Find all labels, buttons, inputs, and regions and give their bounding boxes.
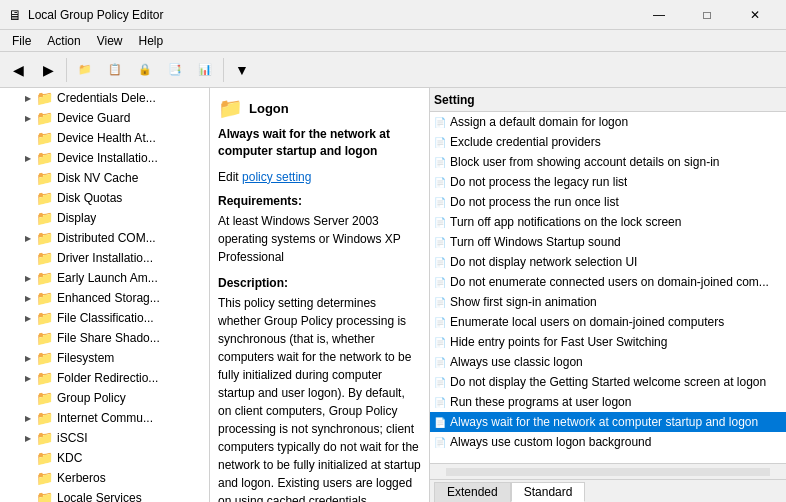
expand-icon: ▶	[20, 90, 36, 106]
tree-item-enhanced-storage[interactable]: ▶ 📁 Enhanced Storag...	[0, 288, 209, 308]
folder-icon: 📁	[36, 130, 53, 146]
tree-item-iscsi[interactable]: ▶ 📁 iSCSI	[0, 428, 209, 448]
setting-label: Turn off app notifications on the lock s…	[450, 215, 681, 229]
tree-item-credentials[interactable]: ▶ 📁 Credentials Dele...	[0, 88, 209, 108]
back-button[interactable]: ◀	[4, 56, 32, 84]
tree-item-label: Device Health At...	[57, 131, 156, 145]
setting-block-user[interactable]: 📄 Block user from showing account detail…	[430, 152, 786, 172]
folder-icon: 📁	[36, 410, 53, 426]
setting-no-enumerate-connected-users[interactable]: 📄 Do not enumerate connected users on do…	[430, 272, 786, 292]
tree-item-label: Disk NV Cache	[57, 171, 138, 185]
setting-no-getting-started[interactable]: 📄 Do not display the Getting Started wel…	[430, 372, 786, 392]
tree-item-label: iSCSI	[57, 431, 88, 445]
tree-item-disk-quotas[interactable]: 📁 Disk Quotas	[0, 188, 209, 208]
tree-item-device-guard[interactable]: ▶ 📁 Device Guard	[0, 108, 209, 128]
tab-extended[interactable]: Extended	[434, 482, 511, 502]
tree-item-group-policy[interactable]: 📁 Group Policy	[0, 388, 209, 408]
horizontal-scrollbar[interactable]	[430, 463, 786, 479]
tree-item-label: Credentials Dele...	[57, 91, 156, 105]
tree-item-label: Enhanced Storag...	[57, 291, 160, 305]
setting-assign-domain[interactable]: 📄 Assign a default domain for logon	[430, 112, 786, 132]
setting-run-programs[interactable]: 📄 Run these programs at user logon	[430, 392, 786, 412]
menu-help[interactable]: Help	[131, 32, 172, 50]
menu-view[interactable]: View	[89, 32, 131, 50]
setting-show-first-signin[interactable]: 📄 Show first sign-in animation	[430, 292, 786, 312]
tab-bar: Extended Standard	[430, 479, 786, 502]
tree-item-disk-nv-cache[interactable]: 📁 Disk NV Cache	[0, 168, 209, 188]
setting-label: Assign a default domain for logon	[450, 115, 628, 129]
menu-action[interactable]: Action	[39, 32, 88, 50]
tree-item-driver-installation[interactable]: 📁 Driver Installatio...	[0, 248, 209, 268]
setting-icon: 📄	[434, 297, 446, 308]
setting-no-legacy-run[interactable]: 📄 Do not process the legacy run list	[430, 172, 786, 192]
expand-icon: ▶	[20, 150, 36, 166]
setting-classic-logon[interactable]: 📄 Always use classic logon	[430, 352, 786, 372]
setting-always-wait-network[interactable]: 📄 Always wait for the network at compute…	[430, 412, 786, 432]
tab-standard[interactable]: Standard	[511, 482, 586, 502]
expand-icon	[20, 450, 36, 466]
setting-label: Show first sign-in animation	[450, 295, 597, 309]
toolbar-btn-2[interactable]: 📋	[101, 56, 129, 84]
folder-icon: 📁	[36, 450, 53, 466]
expand-icon	[20, 170, 36, 186]
forward-button[interactable]: ▶	[34, 56, 62, 84]
tree-item-filesystem[interactable]: ▶ 📁 Filesystem	[0, 348, 209, 368]
policy-title: Always wait for the network at computer …	[218, 126, 421, 160]
expand-icon: ▶	[20, 230, 36, 246]
tree-item-kerberos[interactable]: 📁 Kerberos	[0, 468, 209, 488]
folder-icon: 📁	[36, 170, 53, 186]
minimize-button[interactable]: —	[636, 0, 682, 30]
setting-label: Hide entry points for Fast User Switchin…	[450, 335, 667, 349]
setting-turn-off-app-notifications[interactable]: 📄 Turn off app notifications on the lock…	[430, 212, 786, 232]
tree-item-kdc[interactable]: 📁 KDC	[0, 448, 209, 468]
setting-label: Block user from showing account details …	[450, 155, 719, 169]
toolbar-btn-5[interactable]: 📊	[191, 56, 219, 84]
policy-setting-link[interactable]: policy setting	[242, 170, 311, 184]
setting-icon: 📄	[434, 197, 446, 208]
settings-list: 📄 Assign a default domain for logon 📄 Ex…	[430, 112, 786, 463]
setting-no-run-once[interactable]: 📄 Do not process the run once list	[430, 192, 786, 212]
tree-item-label: File Classificatio...	[57, 311, 154, 325]
tree-item-internet-communications[interactable]: ▶ 📁 Internet Commu...	[0, 408, 209, 428]
setting-enumerate-local-users[interactable]: 📄 Enumerate local users on domain-joined…	[430, 312, 786, 332]
title-bar: 🖥 Local Group Policy Editor — □ ✕	[0, 0, 786, 30]
toolbar-btn-3[interactable]: 🔒	[131, 56, 159, 84]
maximize-button[interactable]: □	[684, 0, 730, 30]
tree-item-folder-redirection[interactable]: ▶ 📁 Folder Redirectio...	[0, 368, 209, 388]
setting-turn-off-startup-sound[interactable]: 📄 Turn off Windows Startup sound	[430, 232, 786, 252]
setting-exclude-credential[interactable]: 📄 Exclude credential providers	[430, 132, 786, 152]
setting-no-network-selection-ui[interactable]: 📄 Do not display network selection UI	[430, 252, 786, 272]
setting-custom-logon-background[interactable]: 📄 Always use custom logon background	[430, 432, 786, 452]
folder-icon: 📁	[36, 370, 53, 386]
toolbar-btn-4[interactable]: 📑	[161, 56, 189, 84]
tree-item-device-health[interactable]: 📁 Device Health At...	[0, 128, 209, 148]
expand-icon	[20, 250, 36, 266]
folder-icon: 📁	[36, 110, 53, 126]
folder-icon: 📁	[36, 430, 53, 446]
expand-icon	[20, 390, 36, 406]
tree-item-device-installation[interactable]: ▶ 📁 Device Installatio...	[0, 148, 209, 168]
setting-hide-fast-user-switching[interactable]: 📄 Hide entry points for Fast User Switch…	[430, 332, 786, 352]
show-hide-button[interactable]: 📁	[71, 56, 99, 84]
tree-item-early-launch[interactable]: ▶ 📁 Early Launch Am...	[0, 268, 209, 288]
tree-item-display[interactable]: 📁 Display	[0, 208, 209, 228]
tree-item-distributed-com[interactable]: ▶ 📁 Distributed COM...	[0, 228, 209, 248]
description-text: This policy setting determines whether G…	[218, 294, 421, 502]
setting-icon: 📄	[434, 177, 446, 188]
tree-item-file-share[interactable]: 📁 File Share Shado...	[0, 328, 209, 348]
tree-item-locale-services[interactable]: 📁 Locale Services	[0, 488, 209, 502]
menu-bar: File Action View Help	[0, 30, 786, 52]
tree-item-label: Locale Services	[57, 491, 142, 502]
expand-icon	[20, 190, 36, 206]
setting-icon: 📄	[434, 317, 446, 328]
close-button[interactable]: ✕	[732, 0, 778, 30]
edit-label: Edit	[218, 170, 239, 184]
filter-button[interactable]: ▼	[228, 56, 256, 84]
requirements-text: At least Windows Server 2003 operating s…	[218, 212, 421, 266]
setting-label: Always wait for the network at computer …	[450, 415, 758, 429]
setting-icon: 📄	[434, 117, 446, 128]
tree-item-file-classification[interactable]: ▶ 📁 File Classificatio...	[0, 308, 209, 328]
expand-icon: ▶	[20, 410, 36, 426]
menu-file[interactable]: File	[4, 32, 39, 50]
expand-icon	[20, 210, 36, 226]
